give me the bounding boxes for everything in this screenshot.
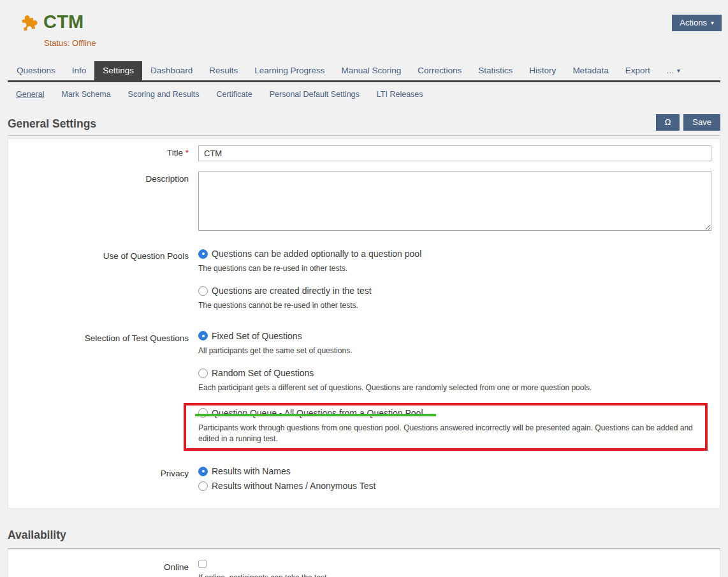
tab-export[interactable]: Export <box>617 61 659 80</box>
option-question-queue: Question Queue - All Questions from a Qu… <box>198 408 711 445</box>
radio-label: Results with Names <box>212 466 291 476</box>
section-title: Availability <box>8 529 720 542</box>
question-selection-label: Selection of Test Questions <box>8 331 198 445</box>
tab-manual-scoring[interactable]: Manual Scoring <box>333 61 410 80</box>
puzzle-icon <box>15 14 38 37</box>
subtab-general[interactable]: General <box>16 90 44 99</box>
radio-help-text: The questions can be re-used in other te… <box>198 263 711 274</box>
settings-subtabbar: General Mark Schema Scoring and Results … <box>16 90 720 99</box>
radio-option[interactable]: Questions are created directly in the te… <box>198 286 711 296</box>
title-row: Title * <box>8 145 720 161</box>
tab-info[interactable]: Info <box>64 61 95 80</box>
subtab-certificate[interactable]: Certificate <box>216 90 252 99</box>
online-checkbox[interactable] <box>198 560 207 568</box>
save-button[interactable]: Save <box>683 114 720 131</box>
option-fixed-set: Fixed Set of Questions All participants … <box>198 331 711 356</box>
privacy-label: Privacy <box>8 466 198 495</box>
tab-dashboard[interactable]: Dashboard <box>142 61 201 80</box>
caret-down-icon: ▾ <box>677 68 680 74</box>
caret-down-icon: ▾ <box>711 20 714 26</box>
radio-help-text: Participants work through questions from… <box>198 423 702 445</box>
privacy-row: Privacy Results with Names Results witho… <box>8 466 720 495</box>
section-title: General Settings <box>8 117 96 131</box>
tab-results[interactable]: Results <box>201 61 246 80</box>
option-pool-direct: Questions are created directly in the te… <box>198 286 711 311</box>
radio-unselected-icon[interactable] <box>198 369 208 378</box>
radio-label: Fixed Set of Questions <box>212 331 302 341</box>
tab-questions[interactable]: Questions <box>8 61 64 80</box>
tab-corrections[interactable]: Corrections <box>409 61 470 80</box>
subtab-mark-schema[interactable]: Mark Schema <box>61 90 110 99</box>
general-settings-form: Title * Description Use of Question Pool… <box>8 138 720 509</box>
radio-label: Questions are created directly in the te… <box>212 286 372 296</box>
status-badge: Status: Offline <box>44 38 96 48</box>
radio-help-text: The questions cannot be re-used in other… <box>198 300 711 311</box>
radio-selected-icon[interactable] <box>198 331 208 340</box>
description-row: Description <box>8 172 720 233</box>
radio-label: Questions can be added optionally to a q… <box>212 249 421 259</box>
radio-label: Question Queue - All Questions from a Qu… <box>212 408 423 418</box>
subtab-personal-default-settings[interactable]: Personal Default Settings <box>270 90 360 99</box>
description-label: Description <box>8 172 198 233</box>
radio-help-text: All participants get the same set of que… <box>198 346 711 356</box>
radio-unselected-icon[interactable] <box>198 481 208 491</box>
radio-option[interactable]: Questions can be added optionally to a q… <box>198 249 711 259</box>
title-label: Title * <box>8 145 198 161</box>
general-settings-header: General Settings Ω Save <box>8 114 720 136</box>
online-label: Online <box>8 560 198 577</box>
tab-more[interactable]: ... ▾ <box>659 61 688 80</box>
question-pools-label: Use of Question Pools <box>8 249 198 312</box>
main-tabbar: Questions Info Settings Dashboard Result… <box>8 61 720 82</box>
option-pool-optional: Questions can be added optionally to a q… <box>198 249 711 274</box>
radio-option[interactable]: Question Queue - All Questions from a Qu… <box>198 408 711 418</box>
radio-label: Results without Names / Anonymous Test <box>212 481 375 491</box>
radio-label: Random Set of Questions <box>212 368 314 378</box>
radio-option[interactable]: Results without Names / Anonymous Test <box>198 481 711 491</box>
option-random-set: Random Set of Questions Each participant… <box>198 368 711 393</box>
subtab-lti-releases[interactable]: LTI Releases <box>377 90 423 99</box>
tab-learning-progress[interactable]: Learning Progress <box>246 61 333 80</box>
title-input[interactable] <box>198 145 711 161</box>
tab-history[interactable]: History <box>521 61 564 80</box>
online-help-text: If online, participants can take the tes… <box>198 573 711 577</box>
tab-more-label: ... <box>667 66 674 75</box>
availability-header: Availability <box>8 520 720 549</box>
required-asterisk: * <box>186 148 189 157</box>
page-header: CTM Status: Offline Actions ▾ <box>0 0 728 61</box>
radio-selected-icon[interactable] <box>198 467 208 476</box>
subtab-scoring-results[interactable]: Scoring and Results <box>128 90 200 99</box>
omega-button[interactable]: Ω <box>656 114 680 131</box>
radio-option[interactable]: Fixed Set of Questions <box>198 331 711 341</box>
radio-unselected-icon[interactable] <box>198 408 208 418</box>
radio-option[interactable]: Results with Names <box>198 466 711 476</box>
description-textarea[interactable] <box>198 172 711 231</box>
page-title: CTM <box>43 11 84 33</box>
tab-statistics[interactable]: Statistics <box>470 61 521 80</box>
title-label-text: Title <box>167 148 183 157</box>
option-results-anonymous: Results without Names / Anonymous Test <box>198 481 711 491</box>
question-selection-row: Selection of Test Questions Fixed Set of… <box>8 331 720 445</box>
actions-button-label: Actions <box>680 18 707 27</box>
radio-option[interactable]: Random Set of Questions <box>198 368 711 378</box>
actions-button[interactable]: Actions ▾ <box>672 15 722 31</box>
question-pools-row: Use of Question Pools Questions can be a… <box>8 249 720 312</box>
tab-metadata[interactable]: Metadata <box>564 61 616 80</box>
online-row: Online If online, participants can take … <box>8 560 720 577</box>
tab-settings[interactable]: Settings <box>94 61 142 80</box>
option-results-with-names: Results with Names <box>198 466 711 476</box>
radio-selected-icon[interactable] <box>198 249 208 259</box>
availability-form: Online If online, participants can take … <box>8 549 720 577</box>
radio-unselected-icon[interactable] <box>198 286 208 296</box>
radio-help-text: Each participant gets a different set of… <box>198 383 711 393</box>
